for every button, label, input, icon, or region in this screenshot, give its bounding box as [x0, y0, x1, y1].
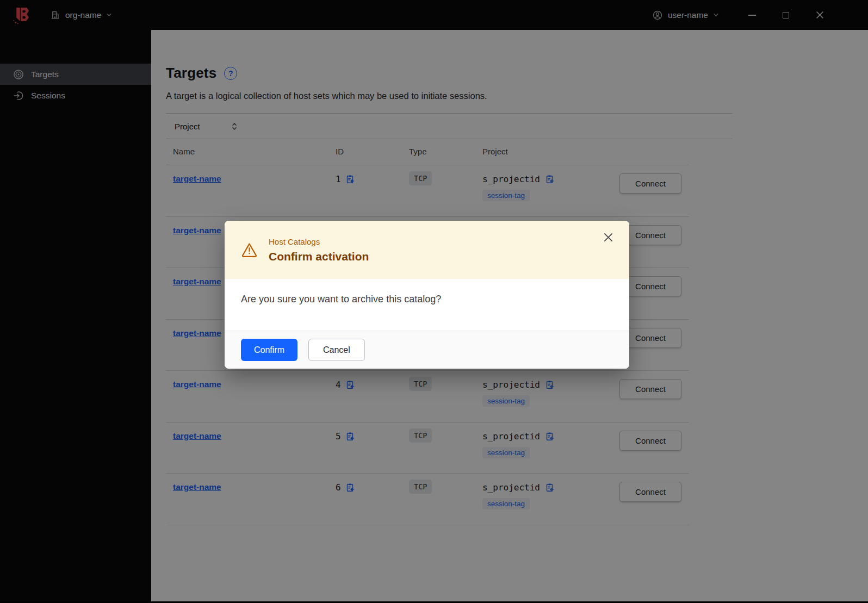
modal-message: Are you sure you want to archive this ca… [241, 294, 613, 305]
modal-title: Confirm activation [269, 250, 369, 263]
modal-context-label: Host Catalogs [269, 237, 369, 246]
close-icon[interactable] [604, 233, 613, 242]
app-window: org-name user-name [0, 0, 868, 603]
modal-footer: Confirm Cancel [225, 331, 629, 369]
warning-icon [241, 241, 258, 258]
cancel-button[interactable]: Cancel [308, 339, 365, 361]
modal-body: Are you sure you want to archive this ca… [225, 279, 629, 331]
modal-header: Host Catalogs Confirm activation [225, 221, 629, 279]
confirm-button[interactable]: Confirm [241, 339, 297, 361]
confirm-modal: Host Catalogs Confirm activation Are you… [225, 221, 629, 369]
